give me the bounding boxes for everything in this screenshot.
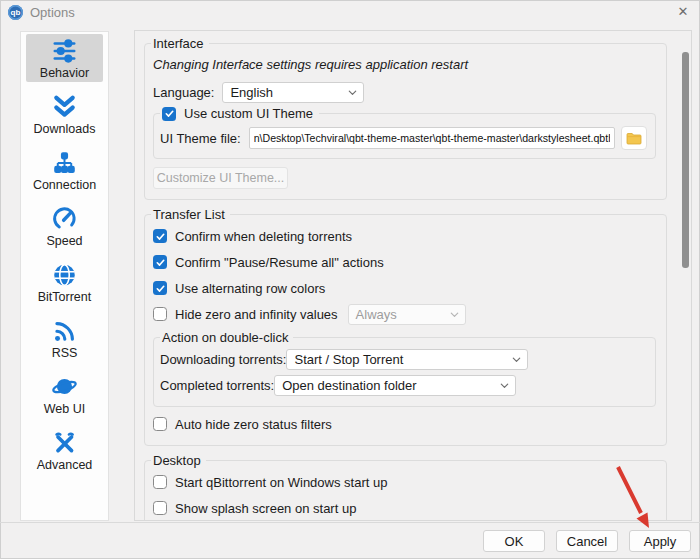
double-chevron-down-icon [50,93,80,121]
sidebar-item-downloads[interactable]: Downloads [26,90,103,138]
crossed-tools-icon [50,429,80,457]
confirm-delete-row: Confirm when deleting torrents [153,223,656,249]
double-click-group: Action on double-click Downloading torre… [153,330,656,407]
auto-hide-filters-checkbox[interactable] [153,417,167,431]
close-icon[interactable]: ✕ [674,2,692,20]
use-custom-theme-checkbox[interactable] [162,107,176,121]
auto-hide-filters-label: Auto hide zero status filters [175,417,332,432]
sidebar-item-webui[interactable]: Web UI [26,370,103,418]
sidebar-item-label: BitTorrent [38,290,92,304]
sidebar-item-label: Web UI [44,402,85,416]
sliders-icon [50,37,80,65]
qbittorrent-logo-icon: qb [8,5,23,20]
sidebar-item-label: Connection [33,178,96,192]
completed-action-value: Open destination folder [282,378,416,393]
auto-hide-filters-row: Auto hide zero status filters [153,411,656,437]
splash-screen-checkbox[interactable] [153,501,167,515]
double-click-group-title: Action on double-click [160,330,293,345]
completed-torrents-label: Completed torrents: [160,378,274,393]
transfer-list-section-title: Transfer List [151,207,230,222]
sidebar-item-behavior[interactable]: Behavior [26,34,103,82]
desktop-section: Desktop Start qBittorrent on Windows sta… [144,453,667,521]
behavior-settings-panel: Interface Changing Interface settings re… [134,30,692,521]
sidebar-item-label: Speed [46,234,82,248]
theme-file-input[interactable] [249,127,615,149]
dialog-footer: OK Cancel Apply [0,522,700,559]
hide-zero-row: Hide zero and infinity values Always [153,301,656,327]
hide-zero-when-select: Always [348,304,466,325]
hide-zero-label: Hide zero and infinity values [175,307,338,322]
completed-action-select[interactable]: Open destination folder [274,375,516,396]
sidebar-item-rss[interactable]: RSS [26,314,103,362]
splash-screen-row: Show splash screen on start up [153,495,656,521]
globe-icon [50,261,80,289]
browse-folder-button[interactable] [621,126,647,150]
ok-button[interactable]: OK [483,530,545,552]
language-label: Language: [153,85,214,100]
planet-icon [50,373,80,401]
confirm-pause-resume-checkbox[interactable] [153,255,167,269]
restart-note: Changing Interface settings requires app… [153,57,656,72]
folder-icon [626,132,642,145]
sidebar-item-connection[interactable]: Connection [26,146,103,194]
downloading-torrents-label: Downloading torrents: [160,352,286,367]
sidebar-item-speed[interactable]: Speed [26,202,103,250]
rss-icon [50,317,80,345]
category-sidebar: Behavior Downloads Connection [20,31,109,521]
confirm-pause-resume-row: Confirm "Pause/Resume all" actions [153,249,656,275]
start-on-windows-checkbox[interactable] [153,475,167,489]
options-dialog: qb Options ✕ Behavior Downloads [0,0,700,559]
network-tree-icon [50,149,80,177]
interface-section: Interface Changing Interface settings re… [144,36,667,200]
sidebar-item-label: Downloads [34,122,96,136]
cancel-button[interactable]: Cancel [556,530,618,552]
customize-theme-button[interactable]: Customize UI Theme... [153,167,288,189]
chevron-down-icon [449,309,460,320]
interface-section-title: Interface [151,36,209,51]
chevron-down-icon [347,87,358,98]
transfer-list-section: Transfer List Confirm when deleting torr… [144,207,667,446]
theme-file-label: UI Theme file: [160,131,241,146]
downloading-action-select[interactable]: Start / Stop Torrent [286,349,528,370]
apply-button[interactable]: Apply [629,530,691,552]
downloading-action-value: Start / Stop Torrent [294,352,403,367]
sidebar-item-bittorrent[interactable]: BitTorrent [26,258,103,306]
start-on-windows-row: Start qBittorrent on Windows start up [153,469,656,495]
alternating-rows-row: Use alternating row colors [153,275,656,301]
sidebar-item-advanced[interactable]: Advanced [26,426,103,474]
splash-screen-label: Show splash screen on start up [175,501,356,516]
sidebar-item-label: Advanced [37,458,93,472]
use-custom-theme-label: Use custom UI Theme [184,106,313,121]
confirm-delete-label: Confirm when deleting torrents [175,229,352,244]
hide-zero-when-value: Always [356,307,397,322]
chevron-down-icon [511,354,522,365]
confirm-pause-resume-label: Confirm "Pause/Resume all" actions [175,255,384,270]
window-title: Options [30,5,75,20]
vertical-scrollbar[interactable] [682,52,689,268]
speedometer-icon [50,205,80,233]
titlebar: qb Options ✕ [0,0,700,24]
alternating-rows-checkbox[interactable] [153,281,167,295]
language-select[interactable]: English [222,82,364,103]
chevron-down-icon [499,380,510,391]
hide-zero-checkbox[interactable] [153,307,167,321]
language-selected-value: English [230,85,273,100]
sidebar-item-label: RSS [52,346,78,360]
custom-theme-group: Use custom UI Theme UI Theme file: [153,106,656,159]
desktop-section-title: Desktop [151,453,206,468]
confirm-delete-checkbox[interactable] [153,229,167,243]
sidebar-item-label: Behavior [40,66,89,80]
start-on-windows-label: Start qBittorrent on Windows start up [175,475,387,490]
alternating-rows-label: Use alternating row colors [175,281,325,296]
